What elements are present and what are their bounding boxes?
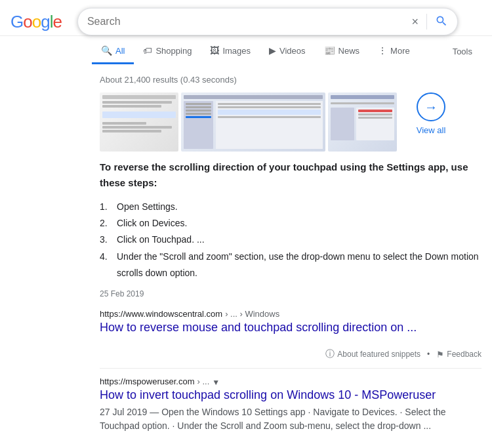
tab-news-label: News (338, 46, 360, 56)
feedback-button[interactable]: ⚑ Feedback (436, 350, 482, 359)
results-count: About 21,400 results (0.43 seconds) (100, 75, 482, 85)
snippet-intro: To reverse the scrolling direction of yo… (100, 159, 482, 191)
step-4: 4. Under the "Scroll and zoom" section, … (100, 249, 482, 281)
result-url-wrapper-2: https://mspoweruser.com › ... ▼ (100, 377, 482, 388)
all-icon: 🔍 (101, 45, 112, 56)
feedback-row: ⓘ About featured snippets • ⚑ Feedback (100, 348, 482, 360)
images-icon: 🖼 (210, 45, 219, 56)
tab-images-label: Images (222, 46, 251, 56)
thumbnail-1[interactable] (100, 92, 178, 152)
result-site-2: https://mspoweruser.com (100, 377, 195, 386)
snippet-intro-text: To reverse the scrolling direction of yo… (100, 161, 468, 188)
google-logo: Google (10, 12, 62, 32)
result-url-1: https://www.windowscentral.com › ... › W… (100, 309, 482, 319)
shopping-icon: 🏷 (143, 45, 152, 56)
step-1: 1. Open Settings. (100, 199, 482, 215)
tools-button[interactable]: Tools (443, 40, 482, 63)
search-icon (435, 14, 448, 28)
result-url-2: https://mspoweruser.com › ... (100, 377, 209, 386)
main-content: About 21,400 results (0.43 seconds) (0, 64, 492, 448)
tab-news[interactable]: 📰 News (315, 39, 369, 64)
info-icon: ⓘ (325, 348, 335, 360)
result-title-1[interactable]: How to reverse mouse and touchpad scroll… (100, 321, 417, 334)
header: Google invert touchpad scrolling × (0, 0, 492, 36)
step-3: 3. Click on Touchpad. ... (100, 232, 482, 248)
search-input[interactable]: invert touchpad scrolling (87, 16, 411, 28)
logo-letter-g: G (10, 12, 23, 32)
tab-all[interactable]: 🔍 All (92, 39, 134, 64)
snippet-steps: 1. Open Settings. 2. Click on Devices. 3… (100, 199, 482, 281)
view-all-label: View all (417, 125, 446, 135)
thumbnail-3[interactable] (328, 92, 397, 152)
logo-letter-o2: o (32, 12, 41, 32)
view-all-button[interactable]: → View all (405, 92, 457, 135)
more-icon: ⋮ (378, 45, 387, 56)
search-bar: invert touchpad scrolling × (77, 8, 458, 35)
logo-letter-g2: g (41, 12, 49, 32)
tab-images[interactable]: 🖼 Images (201, 39, 260, 64)
result-title-2[interactable]: How to invert touchpad scrolling on Wind… (100, 388, 436, 401)
tab-more[interactable]: ⋮ More (369, 39, 419, 64)
view-all-arrow-icon: → (417, 92, 445, 121)
result-item-1: https://www.windowscentral.com › ... › W… (100, 309, 482, 335)
snippet-date: 25 Feb 2019 (100, 289, 482, 298)
image-strip: → View all (100, 92, 482, 152)
tab-more-label: More (390, 46, 410, 56)
clear-search-icon[interactable]: × (411, 16, 419, 28)
tab-shopping[interactable]: 🏷 Shopping (134, 39, 201, 64)
result-site-1: https://www.windowscentral.com (100, 309, 222, 319)
about-featured-snippets[interactable]: ⓘ About featured snippets (325, 348, 420, 360)
search-button[interactable] (435, 14, 448, 30)
videos-icon: ▶ (269, 45, 276, 56)
news-icon: 📰 (324, 45, 335, 56)
result-desc-2: 27 Jul 2019 — Open the Windows 10 Settin… (100, 405, 482, 433)
result-expand-icon-2[interactable]: ▼ (212, 378, 220, 387)
nav-tabs: 🔍 All 🏷 Shopping 🖼 Images ▶ Videos 📰 New… (0, 39, 492, 64)
thumbnail-2[interactable] (181, 92, 325, 152)
tab-all-label: All (115, 46, 125, 56)
result-item-2: https://mspoweruser.com › ... ▼ How to i… (100, 377, 482, 432)
section-divider (100, 368, 482, 369)
tab-videos-label: Videos (279, 46, 306, 56)
flag-icon: ⚑ (436, 350, 444, 359)
result-breadcrumb-2: › ... (197, 377, 210, 386)
result-breadcrumb-1: › ... › Windows (225, 309, 279, 319)
logo-letter-e: e (52, 12, 61, 32)
search-divider (426, 14, 427, 30)
logo-letter-o1: o (23, 12, 31, 32)
step-2: 2. Click on Devices. (100, 215, 482, 232)
tab-shopping-label: Shopping (155, 46, 192, 56)
featured-snippet: → View all To reverse the scrolling dire… (100, 92, 482, 298)
tab-videos[interactable]: ▶ Videos (260, 39, 315, 64)
